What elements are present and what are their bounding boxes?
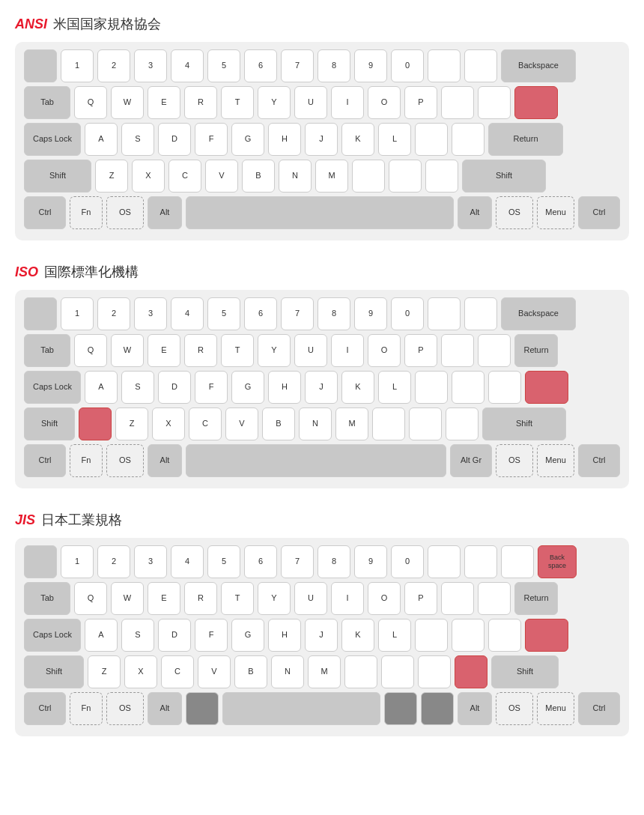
key-quote[interactable] bbox=[452, 619, 484, 652]
key-backslash[interactable] bbox=[514, 86, 558, 119]
key-fn[interactable]: Fn bbox=[70, 196, 103, 229]
key-y[interactable]: Y bbox=[258, 334, 291, 367]
key-7[interactable]: 7 bbox=[281, 545, 314, 578]
key-alt-left[interactable]: Alt bbox=[148, 196, 182, 229]
key-capslock[interactable]: Caps Lock bbox=[24, 123, 81, 156]
key-capslock[interactable]: Caps Lock bbox=[24, 371, 81, 404]
key-q[interactable]: Q bbox=[74, 582, 107, 615]
key-1[interactable]: 1 bbox=[61, 297, 94, 330]
key-tab[interactable]: Tab bbox=[24, 86, 70, 119]
key-d[interactable]: D bbox=[158, 123, 191, 156]
key-minus[interactable] bbox=[428, 297, 461, 330]
key-m[interactable]: M bbox=[308, 655, 341, 688]
key-9[interactable]: 9 bbox=[354, 49, 387, 82]
key-rbracket[interactable] bbox=[488, 619, 521, 652]
key-rbracket[interactable] bbox=[478, 86, 511, 119]
key-os-left[interactable]: OS bbox=[106, 444, 144, 477]
key-h[interactable]: H bbox=[268, 371, 301, 404]
key-g[interactable]: G bbox=[231, 619, 264, 652]
key-o[interactable]: O bbox=[368, 582, 401, 615]
key-l[interactable]: L bbox=[378, 123, 411, 156]
key-menu[interactable]: Menu bbox=[537, 196, 574, 229]
key-tilde[interactable] bbox=[24, 297, 57, 330]
key-comma[interactable] bbox=[344, 655, 377, 688]
key-i[interactable]: I bbox=[331, 86, 364, 119]
key-4[interactable]: 4 bbox=[171, 545, 204, 578]
key-o[interactable]: O bbox=[368, 86, 401, 119]
key-e[interactable]: E bbox=[148, 334, 180, 367]
key-j[interactable]: J bbox=[305, 619, 338, 652]
key-return-bottom[interactable] bbox=[525, 371, 568, 404]
key-katakana[interactable] bbox=[421, 692, 454, 725]
key-u[interactable]: U bbox=[294, 334, 327, 367]
key-s[interactable]: S bbox=[121, 619, 154, 652]
key-3[interactable]: 3 bbox=[134, 49, 167, 82]
key-ctrl-right[interactable]: Ctrl bbox=[578, 692, 620, 725]
key-q[interactable]: Q bbox=[74, 334, 107, 367]
key-l[interactable]: L bbox=[378, 619, 411, 652]
key-comma[interactable] bbox=[352, 160, 385, 193]
key-alt-right[interactable]: Alt bbox=[458, 196, 492, 229]
key-k[interactable]: K bbox=[341, 123, 374, 156]
key-1[interactable]: 1 bbox=[61, 49, 94, 82]
key-minus[interactable] bbox=[428, 545, 461, 578]
key-f[interactable]: F bbox=[195, 371, 228, 404]
key-period[interactable] bbox=[409, 408, 442, 440]
key-os-left[interactable]: OS bbox=[106, 692, 144, 725]
key-f[interactable]: F bbox=[195, 123, 228, 156]
key-4[interactable]: 4 bbox=[171, 297, 204, 330]
key-w[interactable]: W bbox=[111, 334, 144, 367]
key-comma[interactable] bbox=[372, 408, 405, 440]
key-5[interactable]: 5 bbox=[207, 297, 240, 330]
key-4[interactable]: 4 bbox=[171, 49, 204, 82]
key-at[interactable] bbox=[441, 582, 474, 615]
key-p[interactable]: P bbox=[404, 86, 437, 119]
key-y[interactable]: Y bbox=[258, 86, 291, 119]
key-quote[interactable] bbox=[452, 371, 484, 404]
key-a[interactable]: A bbox=[85, 371, 118, 404]
key-v[interactable]: V bbox=[198, 655, 231, 688]
key-7[interactable]: 7 bbox=[281, 297, 314, 330]
key-1[interactable]: 1 bbox=[61, 545, 94, 578]
key-os-left[interactable]: OS bbox=[106, 196, 144, 229]
key-r[interactable]: R bbox=[184, 582, 217, 615]
key-fn[interactable]: Fn bbox=[70, 692, 103, 725]
key-period[interactable] bbox=[389, 160, 422, 193]
key-t[interactable]: T bbox=[221, 582, 254, 615]
key-ro[interactable] bbox=[455, 655, 487, 688]
key-shift-right[interactable]: Shift bbox=[482, 408, 566, 440]
key-equal[interactable] bbox=[464, 545, 497, 578]
key-fn[interactable]: Fn bbox=[70, 444, 103, 477]
key-l[interactable]: L bbox=[378, 371, 411, 404]
key-semicolon[interactable] bbox=[415, 123, 448, 156]
key-shift-left[interactable]: Shift bbox=[24, 160, 91, 193]
key-iso-extra[interactable] bbox=[79, 408, 112, 440]
key-return[interactable]: Return bbox=[514, 582, 558, 615]
key-c[interactable]: C bbox=[161, 655, 194, 688]
key-5[interactable]: 5 bbox=[207, 49, 240, 82]
key-m[interactable]: M bbox=[315, 160, 348, 193]
key-os-right[interactable]: OS bbox=[496, 444, 533, 477]
key-f[interactable]: F bbox=[195, 619, 228, 652]
key-3[interactable]: 3 bbox=[134, 297, 167, 330]
key-s[interactable]: S bbox=[121, 123, 154, 156]
key-quote[interactable] bbox=[452, 123, 484, 156]
key-period[interactable] bbox=[381, 655, 414, 688]
key-v[interactable]: V bbox=[225, 408, 258, 440]
key-o[interactable]: O bbox=[368, 334, 401, 367]
key-return[interactable]: Return bbox=[488, 123, 563, 156]
key-altgr[interactable]: Alt Gr bbox=[450, 444, 492, 477]
key-backspace[interactable]: Backspace bbox=[501, 49, 576, 82]
key-muhenkan[interactable] bbox=[186, 692, 219, 725]
key-alt-left[interactable]: Alt bbox=[148, 692, 182, 725]
key-space[interactable] bbox=[222, 692, 380, 725]
key-8[interactable]: 8 bbox=[318, 545, 350, 578]
key-a[interactable]: A bbox=[85, 619, 118, 652]
key-n[interactable]: N bbox=[299, 408, 332, 440]
key-equal[interactable] bbox=[464, 297, 497, 330]
key-alt-right[interactable]: Alt bbox=[458, 692, 492, 725]
key-tilde[interactable] bbox=[24, 49, 57, 82]
key-r[interactable]: R bbox=[184, 86, 217, 119]
key-d[interactable]: D bbox=[158, 371, 191, 404]
key-0[interactable]: 0 bbox=[391, 49, 424, 82]
